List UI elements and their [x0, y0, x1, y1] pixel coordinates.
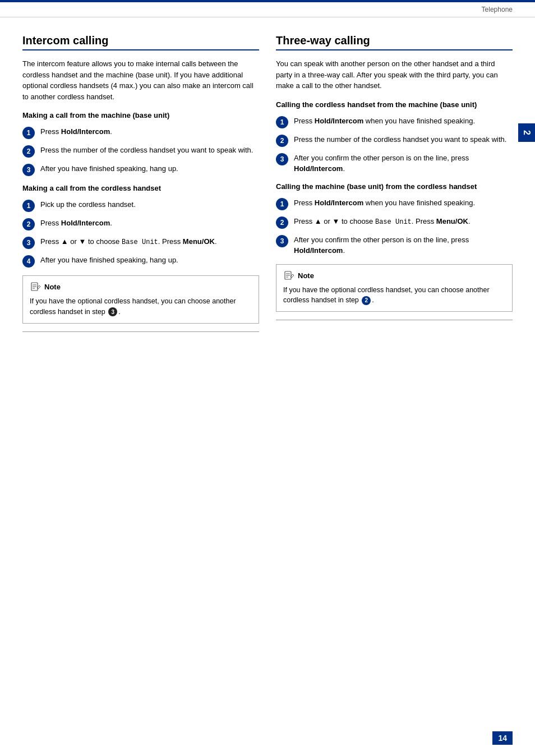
left-sub1-steps: 1 Press Hold/Intercom. 2 Press the numbe… — [22, 126, 259, 176]
left-sub2-steps: 1 Pick up the cordless handset. 2 Press … — [22, 199, 259, 268]
left-sub2-title: Making a call from the cordless handset — [22, 184, 259, 192]
right-sub2-steps: 1 Press Hold/Intercom when you have fini… — [276, 197, 513, 256]
step-num-1: 1 — [22, 127, 35, 139]
right-note: Note If you have the optional cordless h… — [276, 264, 513, 312]
right-step-num-3: 3 — [276, 153, 288, 165]
page-footer: 14 — [492, 731, 513, 745]
step-num-s2-4: 4 — [22, 255, 35, 268]
right-note-title: Note — [283, 270, 505, 282]
right-s2-step3: 3 After you confirm the other person is … — [276, 234, 513, 256]
page-number: 14 — [492, 731, 513, 745]
left-s2-step4: 4 After you have finished speaking, hang… — [22, 255, 259, 268]
step-text-s2-1: Pick up the cordless handset. — [40, 199, 259, 210]
left-s1-step2: 2 Press the number of the cordless hands… — [22, 145, 259, 158]
left-s2-step2: 2 Press Hold/Intercom. — [22, 218, 259, 231]
right-note-label: Note — [298, 270, 314, 282]
right-s1-step1: 1 Press Hold/Intercom when you have fini… — [276, 116, 513, 128]
step-text-s2-4: After you have finished speaking, hang u… — [40, 255, 259, 266]
right-s2-step1: 1 Press Hold/Intercom when you have fini… — [276, 197, 513, 210]
right-s2-step-text-1: Press Hold/Intercom when you have finish… — [294, 197, 513, 209]
right-sub1-steps: 1 Press Hold/Intercom when you have fini… — [276, 116, 513, 174]
right-s2-step-num-1: 1 — [276, 198, 288, 210]
right-s1-step3: 3 After you confirm the other person is … — [276, 153, 513, 174]
right-s2-step-text-2: Press ▲ or ▼ to choose Base Unit. Press … — [294, 216, 513, 227]
step-num-s2-2: 2 — [22, 218, 35, 231]
left-bottom-divider — [22, 331, 259, 332]
left-note-label: Note — [44, 282, 61, 293]
right-note-text: If you have the optional cordless handse… — [283, 286, 490, 305]
right-sub1-title: Calling the cordless handset from the ma… — [276, 100, 513, 109]
right-s1-step2: 2 Press the number of the cordless hands… — [276, 134, 513, 147]
three-way-calling-title: Three-way calling — [276, 34, 513, 50]
step-text-1: Press Hold/Intercom. — [40, 126, 259, 137]
right-step-text-3: After you confirm the other person is on… — [294, 153, 513, 174]
header-label: Telephone — [482, 6, 513, 13]
left-s1-step3: 3 After you have finished speaking, hang… — [22, 163, 259, 176]
right-step-num-1: 1 — [276, 116, 288, 128]
left-s1-step1: 1 Press Hold/Intercom. — [22, 126, 259, 139]
note-icon-right — [283, 270, 294, 282]
left-note: Note If you have the optional cordless h… — [22, 275, 259, 324]
page-header: Telephone — [0, 2, 535, 17]
right-bottom-divider — [276, 320, 513, 320]
right-sub2-title: Calling the machine (base unit) from the… — [276, 182, 513, 191]
right-s2-step-num-3: 3 — [276, 235, 288, 247]
intercom-calling-title: Intercom calling — [22, 34, 259, 50]
left-s2-step3: 3 Press ▲ or ▼ to choose Base Unit. Pres… — [22, 236, 259, 249]
right-step-num-2: 2 — [276, 135, 288, 147]
step-text-2: Press the number of the cordless handset… — [40, 145, 259, 156]
step-text-3: After you have finished speaking, hang u… — [40, 163, 259, 174]
right-step-text-2: Press the number of the cordless handset… — [294, 134, 513, 145]
chapter-tab: 2 — [518, 123, 535, 142]
intercom-intro: The intercom feature allows you to make … — [22, 58, 259, 102]
right-s2-step2: 2 Press ▲ or ▼ to choose Base Unit. Pres… — [276, 216, 513, 229]
three-way-intro: You can speak with another person on the… — [276, 58, 513, 91]
right-step-text-1: Press Hold/Intercom when you have finish… — [294, 116, 513, 127]
note-icon-left — [30, 282, 41, 293]
step-num-2: 2 — [22, 145, 35, 158]
left-note-step-ref: 3 — [108, 307, 117, 316]
step-text-s2-3: Press ▲ or ▼ to choose Base Unit. Press … — [40, 236, 259, 247]
main-content: Intercom calling The intercom feature al… — [0, 17, 535, 357]
right-column: Three-way calling You can speak with ano… — [276, 34, 513, 340]
step-text-s2-2: Press Hold/Intercom. — [40, 218, 259, 229]
step-num-s2-1: 1 — [22, 200, 35, 212]
step-num-3: 3 — [22, 164, 35, 176]
left-note-title: Note — [30, 282, 252, 293]
right-s2-step-num-2: 2 — [276, 216, 288, 229]
left-s2-step1: 1 Pick up the cordless handset. — [22, 199, 259, 212]
step-num-s2-3: 3 — [22, 237, 35, 249]
left-note-text: If you have the optional cordless handse… — [30, 297, 236, 316]
right-s2-step-text-3: After you confirm the other person is on… — [294, 234, 513, 256]
left-sub1-title: Making a call from the machine (base uni… — [22, 111, 259, 119]
right-note-step-ref: 2 — [362, 296, 371, 305]
left-column: Intercom calling The intercom feature al… — [22, 34, 259, 340]
